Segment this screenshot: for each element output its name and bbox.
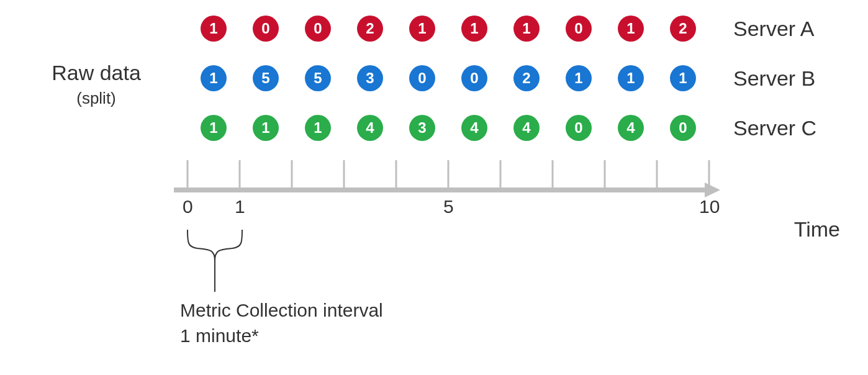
datapoint: 2 [513, 65, 540, 91]
server-b-label: Server B [733, 66, 815, 91]
tick-0: 0 [183, 196, 193, 217]
datapoint: 1 [201, 16, 227, 42]
tick-1: 1 [235, 196, 245, 217]
datapoint: 0 [253, 16, 279, 42]
raw-data-title: Raw data [34, 61, 158, 85]
time-axis-label: Time [794, 217, 840, 242]
datapoint: 0 [566, 16, 592, 42]
interval-note: Metric Collection interval 1 minute* [180, 298, 383, 348]
datapoint: 1 [201, 65, 227, 91]
datapoint: 5 [305, 65, 331, 91]
datapoint: 0 [461, 65, 487, 91]
interval-note-line2: 1 minute* [180, 323, 383, 349]
datapoint: 3 [409, 115, 435, 141]
left-label-block: Raw data (split) [34, 61, 158, 108]
datapoint: 1 [513, 16, 540, 42]
tick-5: 5 [443, 196, 454, 217]
raw-data-subtitle: (split) [34, 89, 158, 108]
server-a-label: Server A [733, 17, 814, 41]
datapoint: 5 [253, 65, 279, 91]
datapoint: 1 [201, 115, 227, 141]
datapoint: 1 [670, 65, 696, 91]
row-server-b: 1 5 5 3 0 0 2 1 1 1 Server B [201, 65, 816, 91]
datapoint: 1 [305, 115, 331, 141]
row-server-a: 1 0 0 2 1 1 1 0 1 2 Server A [201, 16, 816, 42]
datapoint: 2 [357, 16, 383, 42]
datapoint: 1 [618, 16, 644, 42]
datapoint: 0 [409, 65, 435, 91]
datapoint: 1 [618, 65, 644, 91]
datapoint: 0 [670, 115, 696, 141]
interval-brace [185, 230, 247, 292]
datapoint: 2 [670, 16, 696, 42]
time-axis: 0 1 5 10 [174, 160, 720, 204]
interval-note-line1: Metric Collection interval [180, 298, 383, 323]
datapoint: 1 [461, 16, 487, 42]
data-rows: 1 0 0 2 1 1 1 0 1 2 Server A 1 5 5 3 0 0… [201, 16, 816, 165]
datapoint: 0 [566, 115, 592, 141]
datapoint: 0 [305, 16, 331, 42]
datapoint: 4 [461, 115, 487, 141]
datapoint: 1 [409, 16, 435, 42]
server-c-label: Server C [733, 116, 816, 140]
raw-data-split-diagram: Raw data (split) 1 0 0 2 1 1 1 0 1 2 Ser… [0, 0, 868, 375]
datapoint: 3 [357, 65, 383, 91]
datapoint: 4 [357, 115, 383, 141]
row-server-c: 1 1 1 4 3 4 4 0 4 0 Server C [201, 115, 816, 141]
datapoint: 4 [618, 115, 644, 141]
datapoint: 4 [513, 115, 540, 141]
tick-10: 10 [699, 196, 720, 217]
svg-marker-12 [705, 183, 720, 197]
datapoint: 1 [253, 115, 279, 141]
datapoint: 1 [566, 65, 592, 91]
